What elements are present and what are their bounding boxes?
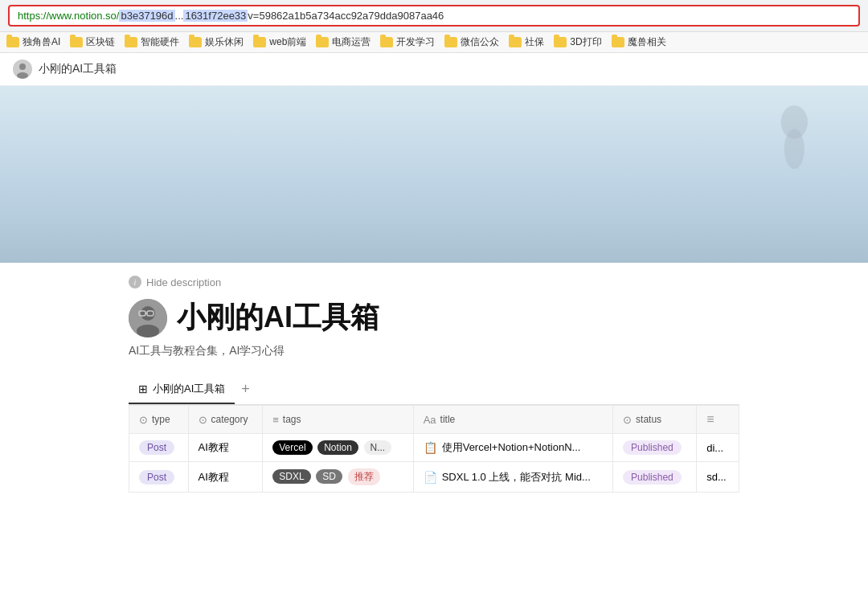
user-avatar-small [13,59,32,79]
row1-type-badge: Post [139,440,174,455]
folder-icon-6 [380,37,393,47]
bookmark-6[interactable]: 开发学习 [380,35,435,49]
browser-url-bar: https:// www.notion.so / b3e37196d ... 1… [0,0,868,32]
url-suffix: v=59862a1b5a734acc92a79dda9087aa46 [248,10,444,22]
row1-tag-vercel: Vercel [272,440,312,455]
row1-status-cell[interactable]: Published [613,434,697,462]
folder-icon-8 [509,37,522,47]
row2-type-badge: Post [139,470,174,485]
bookmark-label-8: 社保 [525,35,544,49]
row2-tag-sdxl: SDXL [272,469,310,484]
row2-type-cell[interactable]: Post [129,462,189,493]
row2-category-cell[interactable]: AI教程 [188,462,263,493]
bookmark-3[interactable]: 娱乐休闲 [189,35,244,49]
bookmark-label-9: 3D打印 [570,35,601,49]
page-avatar [129,299,167,337]
url-highlight: b3e37196d [119,10,174,22]
folder-icon-5 [316,37,329,47]
row2-title-text: SDXL 1.0 上线，能否对抗 Mid... [442,470,591,485]
view-tabs: ⊞ 小刚的AI工具箱 + [129,374,739,405]
url-middle: 1631f72ee33 [183,10,248,22]
row2-tags-cell[interactable]: SDXL SD 推荐 [263,462,413,493]
url-protocol: https:// [18,10,49,22]
bookmark-5[interactable]: 电商运营 [316,35,371,49]
url-host: www.notion.so [49,10,117,22]
bookmark-label-4: web前端 [269,35,306,49]
bookmark-9[interactable]: 3D打印 [554,35,601,49]
url-dots: ... [175,10,184,22]
bookmark-label-5: 电商运营 [332,35,371,49]
bookmark-label-1: 区块链 [86,35,115,49]
col-header-title[interactable]: Aa title [413,406,612,434]
title-col-icon: Aa [424,414,436,426]
row1-extra-text: di... [706,442,723,454]
row1-title-cell[interactable]: 📋 使用Vercel+Notion+NotionN... [413,434,612,462]
row1-category-cell[interactable]: AI教程 [188,434,263,462]
row2-title-cell[interactable]: 📄 SDXL 1.0 上线，能否对抗 Mid... [413,462,612,493]
col-header-type[interactable]: ⊙ type [129,406,189,434]
folder-icon-4 [253,37,266,47]
database-table-wrapper: ⊙ type ⊙ category ≡ tags [129,405,739,493]
tags-col-icon: ≡ [272,414,279,426]
folder-icon-2 [125,37,137,47]
bookmarks-bar: 独角兽AI 区块链 智能硬件 娱乐休闲 web前端 电商运营 开发学习 微信公众… [0,32,868,53]
col-header-menu[interactable]: ≡ [697,406,739,434]
bookmark-label-0: 独角兽AI [23,35,60,49]
table-row: Post AI教程 Vercel Notion N... 📋 使用Vercel+… [129,434,739,462]
bookmark-1[interactable]: 区块链 [70,35,115,49]
folder-icon-3 [189,37,202,47]
bookmark-7[interactable]: 微信公众 [444,35,499,49]
bookmark-label-7: 微信公众 [461,35,499,49]
row2-page-icon: 📄 [424,471,437,484]
row2-extra-cell[interactable]: sd... [697,462,739,493]
row1-extra-cell[interactable]: di... [697,434,739,462]
status-col-label: status [636,414,661,425]
row1-tag-n: N... [364,440,392,455]
cover-silhouette [755,102,820,182]
svg-point-3 [784,129,805,169]
tab-main[interactable]: ⊞ 小刚的AI工具箱 [129,375,235,404]
bookmark-8[interactable]: 社保 [509,35,544,49]
url-input[interactable]: https:// www.notion.so / b3e37196d ... 1… [8,5,860,27]
row2-tag-sd: SD [316,469,342,484]
row1-tag-notion: Notion [317,440,358,455]
row2-extra-text: sd... [706,471,727,483]
row2-status-cell[interactable]: Published [613,462,697,493]
row1-title-text: 使用Vercel+Notion+NotionN... [442,440,581,455]
add-view-button[interactable]: + [235,374,256,404]
hide-description-label: Hide description [146,276,221,288]
bookmark-2[interactable]: 智能硬件 [125,35,179,49]
category-col-label: category [211,414,248,425]
page-subtitle: AI工具与教程合集，AI学习心得 [129,344,739,358]
col-header-tags[interactable]: ≡ tags [263,406,413,434]
status-col-icon: ⊙ [623,414,632,426]
col-header-status[interactable]: ⊙ status [613,406,697,434]
type-col-icon: ⊙ [139,414,148,426]
info-icon: i [129,276,141,288]
bookmark-4[interactable]: web前端 [253,35,306,49]
tags-col-label: tags [283,414,301,425]
database-table: ⊙ type ⊙ category ≡ tags [129,405,739,493]
tab-grid-icon: ⊞ [138,382,148,395]
cover-image [0,86,868,263]
bookmark-10[interactable]: 魔兽相关 [612,35,666,49]
row1-category-text: AI教程 [199,441,229,453]
tab-label: 小刚的AI工具箱 [153,382,225,396]
row2-category-text: AI教程 [199,471,229,483]
row1-type-cell[interactable]: Post [129,434,189,462]
svg-point-6 [137,325,159,337]
col-header-category[interactable]: ⊙ category [188,406,263,434]
svg-point-1 [17,72,28,79]
folder-icon-10 [612,37,624,47]
folder-icon-9 [554,37,567,47]
col-menu-icon: ≡ [706,412,714,427]
hide-description-button[interactable]: i Hide description [129,263,739,298]
bookmark-label-2: 智能硬件 [141,35,179,49]
bookmark-label-10: 魔兽相关 [628,35,666,49]
category-col-icon: ⊙ [199,414,207,426]
bookmark-0[interactable]: 独角兽AI [6,35,60,49]
main-content: i Hide description 小刚的AI工具箱 AI工具与教程合集，AI… [0,263,868,493]
bookmark-label-6: 开发学习 [396,35,435,49]
row1-tags-cell[interactable]: Vercel Notion N... [263,434,413,462]
table-row: Post AI教程 SDXL SD 推荐 📄 SDXL 1.0 上线，能否对抗 … [129,462,739,493]
